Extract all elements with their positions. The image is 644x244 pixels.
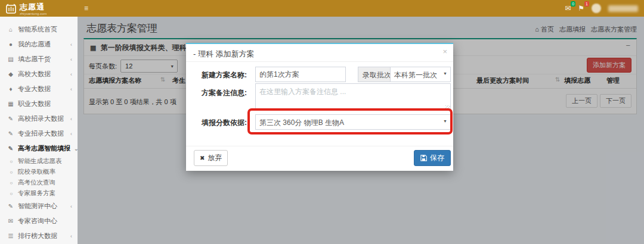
batch-select-value: 本科第一批次 — [394, 71, 437, 79]
resize-handle[interactable] — [445, 105, 450, 110]
sidebar-subitem-label: 智能生成志愿表 — [18, 157, 62, 165]
header-right: ✉ 0 ⚑ 1 — [565, 0, 638, 17]
plan-name-input[interactable] — [255, 67, 346, 82]
app-logo[interactable]: 志愿通 zhiyuantong.com — [0, 0, 78, 17]
sidebar-item-label: 高校招录大数据 — [18, 114, 64, 123]
score-basis-select[interactable]: 第三次 360分 物理B 生物A ▼ — [255, 114, 451, 130]
sidebar-item-label: 高考志愿智能填报 — [18, 144, 70, 153]
flag-icon: ⚑ — [578, 4, 584, 12]
sidebar-item-label: 专业招录大数据 — [18, 129, 64, 138]
sidebar-item-label: 专家咨询中心 — [18, 217, 57, 226]
sidebar-item-label: 高校大数据 — [18, 70, 51, 79]
score-basis-value: 第三次 360分 物理B 生物A — [259, 118, 344, 127]
add-plan-modal: - 理科 添加新方案 × 新建方案名称: 录取批次 本科第一批次 ▼ 方案备注信… — [186, 43, 453, 171]
batch-select[interactable]: 本科第一批次 ▼ — [390, 67, 451, 82]
edit-icon: ✎ — [7, 115, 14, 122]
save-button-label: 保存 — [430, 153, 444, 163]
sidebar-item-tips[interactable]: ▤ 填志愿干货 ‹ — [0, 52, 78, 67]
logo-title: 志愿通 — [20, 2, 45, 11]
chat-icon: ✉ — [7, 218, 14, 224]
chevron-left-icon: ‹ — [70, 42, 72, 48]
user-icon: ● — [7, 41, 14, 48]
notifications-icon[interactable]: ⚑ 1 — [578, 4, 584, 12]
chevron-left-icon: ‹ — [70, 86, 72, 92]
notifications-badge: 1 — [584, 1, 589, 7]
chevron-left-icon: ‹ — [70, 131, 72, 137]
graduation-icon: ◆ — [7, 71, 14, 77]
sidebar-item-major-admission-bigdata[interactable]: ✎ 专业招录大数据 ‹ — [0, 126, 78, 141]
save-button[interactable]: 保存 — [414, 150, 451, 166]
sidebar-subitem-admission-probability[interactable]: ○ 院校录取概率 — [0, 167, 78, 177]
sidebar-subitem-expert-service[interactable]: ○ 专家服务方案 — [0, 188, 78, 199]
cancel-button-label: 放弃 — [208, 153, 222, 163]
edit-icon: ✎ — [7, 203, 14, 209]
circle-icon: ○ — [8, 170, 14, 175]
user-name-blurred[interactable] — [608, 5, 638, 12]
circle-icon: ○ — [8, 191, 14, 196]
logo-subtitle: zhiyuantong.com — [20, 12, 47, 15]
sidebar-item-label: 排行榜大数据 — [18, 232, 57, 240]
mail-icon: ✉ — [565, 4, 571, 12]
circle-icon: ○ — [8, 159, 14, 164]
sidebar-item-label: 我的志愿通 — [18, 40, 51, 49]
edit-icon: ✎ — [7, 130, 14, 137]
sidebar-item-label: 专业大数据 — [18, 85, 51, 93]
divider — [186, 146, 453, 146]
caret-down-icon: ▼ — [443, 119, 447, 123]
sidebar-item-college-admission-bigdata[interactable]: ✎ 高校招录大数据 ‹ — [0, 111, 78, 126]
bar-chart-icon: ☰ — [7, 233, 14, 239]
divider — [186, 61, 453, 62]
book-icon: ▤ — [7, 56, 14, 62]
sidebar-item-label: 智能测评中心 — [18, 202, 57, 211]
x-icon: ✖ — [200, 155, 205, 161]
sidebar: ⌂ 智能系统首页 ● 我的志愿通 ‹ ▤ 填志愿干货 ‹ ◆ 高校大数据 ‹ ♦… — [0, 17, 78, 244]
sidebar-item-system-home[interactable]: ⌂ 智能系统首页 — [0, 22, 78, 37]
chevron-left-icon: ‹ — [70, 116, 72, 122]
sidebar-item-label: 填志愿干货 — [18, 55, 51, 64]
plan-note-label: 方案备注信息: — [196, 88, 247, 98]
caret-down-icon: ▼ — [443, 71, 447, 76]
sidebar-item-ranking-bigdata[interactable]: ☰ 排行榜大数据 ‹ — [0, 229, 78, 243]
plan-name-label: 新建方案名称: — [196, 70, 247, 80]
sidebar-item-major-bigdata[interactable]: ♦ 专业大数据 ‹ — [0, 82, 78, 96]
sidebar-subitem-label: 专家服务方案 — [18, 189, 55, 198]
chevron-left-icon: ‹ — [70, 204, 72, 209]
logo-icon — [6, 4, 16, 14]
circle-icon: ○ — [8, 180, 14, 186]
messages-icon[interactable]: ✉ 0 — [565, 4, 571, 12]
sidebar-item-college-bigdata[interactable]: ◆ 高校大数据 ‹ — [0, 67, 78, 82]
home-icon: ⌂ — [7, 26, 14, 33]
sidebar-subitem-label: 院校录取概率 — [18, 168, 55, 176]
top-navbar: 志愿通 zhiyuantong.com ≡ ✉ 0 ⚑ 1 — [0, 0, 644, 17]
sidebar-item-smart-application[interactable]: ✎ 高考志愿智能填报 ⌄ — [0, 141, 78, 156]
save-icon — [420, 155, 427, 161]
score-basis-label: 填报分数依据: — [196, 118, 247, 128]
sidebar-item-expert-consult-center[interactable]: ✉ 专家咨询中心 — [0, 214, 78, 229]
modal-title: - 理科 添加新方案 — [193, 49, 255, 60]
sidebar-toggle-icon[interactable]: ≡ — [84, 4, 88, 12]
sidebar-subitem-label: 高考位次查询 — [18, 179, 55, 187]
diamond-icon: ♦ — [7, 86, 14, 92]
sidebar-subitem-rank-query[interactable]: ○ 高考位次查询 — [0, 177, 78, 188]
cancel-button[interactable]: ✖ 放弃 — [194, 150, 228, 166]
close-icon[interactable]: × — [442, 47, 447, 56]
messages-badge: 0 — [571, 1, 575, 7]
edit-icon: ✎ — [7, 145, 14, 152]
sidebar-subitem-generate-form[interactable]: ○ 智能生成志愿表 — [0, 156, 78, 167]
sidebar-item-assessment-center[interactable]: ✎ 智能测评中心 ‹ — [0, 199, 78, 214]
user-avatar[interactable] — [592, 4, 601, 13]
chevron-left-icon: ‹ — [70, 71, 72, 77]
sidebar-item-label: 智能系统首页 — [18, 25, 57, 34]
chevron-left-icon: ‹ — [70, 57, 72, 62]
briefcase-icon: ▦ — [7, 101, 14, 107]
sidebar-item-my-zhiyuantong[interactable]: ● 我的志愿通 ‹ — [0, 37, 78, 52]
plan-note-textarea[interactable] — [255, 83, 451, 111]
chevron-left-icon: ‹ — [70, 233, 72, 239]
sidebar-item-label: 职业大数据 — [18, 99, 51, 108]
sidebar-item-career-bigdata[interactable]: ▦ 职业大数据 — [0, 96, 78, 111]
